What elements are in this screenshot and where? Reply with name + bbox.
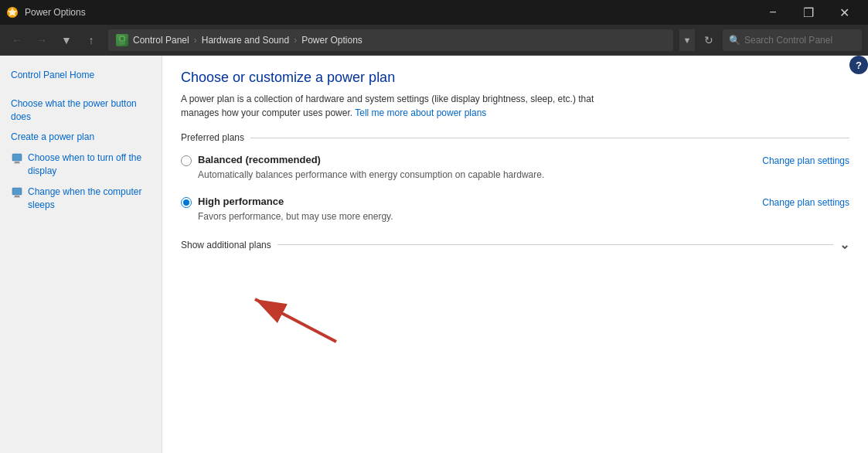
- path-part3: Power Options: [301, 35, 363, 46]
- search-input[interactable]: [723, 29, 862, 51]
- section-divider: [250, 138, 849, 138]
- title-bar-left: Power Options: [6, 6, 86, 19]
- balanced-name: Balanced (recommended): [198, 154, 321, 165]
- path-part1: Control Panel: [133, 35, 189, 46]
- plan-balanced: Balanced (recommended) Change plan setti…: [181, 154, 849, 183]
- main-wrapper: Control Panel Home Choose what the power…: [0, 56, 868, 453]
- balanced-description: Automatically balances performance with …: [198, 169, 849, 180]
- dropdown-arrow-button[interactable]: ▼: [56, 29, 77, 51]
- sidebar-turn-off-display-label: Choose when to turn off the display: [28, 152, 151, 178]
- sleep-icon: [11, 186, 23, 199]
- content-area: ? Choose or customize a power plan A pow…: [162, 56, 868, 453]
- svg-point-2: [121, 36, 124, 40]
- tell-more-link[interactable]: Tell me more about power plans: [355, 107, 486, 118]
- chevron-down-icon: ⌄: [839, 237, 849, 252]
- svg-rect-6: [14, 163, 20, 164]
- plan-high-performance-header: High performance Change plan settings: [181, 196, 849, 208]
- content-title: Choose or customize a power plan: [181, 70, 849, 86]
- content-description: A power plan is a collection of hardware…: [181, 92, 629, 120]
- title-bar: Power Options − ❐ ✕: [0, 0, 868, 25]
- minimize-button[interactable]: −: [755, 0, 791, 25]
- plan-high-performance-left: High performance: [181, 196, 284, 208]
- sidebar-sleep-label: Change when the computer sleeps: [28, 186, 151, 212]
- close-button[interactable]: ✕: [826, 0, 862, 25]
- title-bar-controls: − ❐ ✕: [755, 0, 862, 25]
- balanced-radio[interactable]: [181, 155, 192, 166]
- svg-rect-9: [14, 196, 20, 197]
- app-icon: [6, 6, 19, 19]
- high-performance-radio[interactable]: [181, 197, 192, 208]
- plan-balanced-left: Balanced (recommended): [181, 154, 321, 166]
- svg-rect-3: [119, 41, 125, 45]
- sidebar-control-panel-home[interactable]: Control Panel Home: [0, 65, 162, 86]
- help-button[interactable]: ?: [849, 56, 868, 74]
- high-performance-name: High performance: [198, 196, 284, 207]
- forward-button[interactable]: →: [31, 29, 53, 51]
- show-additional-plans[interactable]: Show additional plans ⌄: [181, 237, 849, 252]
- show-additional-line: [277, 244, 833, 245]
- sidebar-turn-off-display-link[interactable]: Choose when to turn off the display: [0, 148, 162, 182]
- high-performance-change-plan-link[interactable]: Change plan settings: [762, 197, 849, 208]
- show-additional-label: Show additional plans: [181, 240, 271, 250]
- up-button[interactable]: ↑: [80, 29, 102, 51]
- sidebar-power-button-link[interactable]: Choose what the power button does: [0, 94, 162, 128]
- back-button[interactable]: ←: [6, 29, 28, 51]
- plan-high-performance: High performance Change plan settings Fa…: [181, 196, 849, 225]
- preferred-plans-header: Preferred plans: [181, 132, 849, 143]
- path-icon: [116, 34, 128, 46]
- refresh-button[interactable]: ↻: [698, 29, 720, 51]
- svg-rect-7: [12, 188, 22, 195]
- display-icon: [11, 152, 23, 165]
- svg-rect-4: [12, 154, 22, 161]
- plan-balanced-header: Balanced (recommended) Change plan setti…: [181, 154, 849, 166]
- svg-line-11: [255, 299, 336, 342]
- restore-button[interactable]: ❐: [791, 0, 826, 25]
- sidebar-sleep-link[interactable]: Change when the computer sleeps: [0, 182, 162, 216]
- address-dropdown-button[interactable]: ▼: [679, 29, 695, 51]
- red-arrow-annotation: [240, 295, 340, 352]
- high-performance-description: Favors performance, but may use more ene…: [198, 211, 849, 222]
- path-sep1: ›: [194, 35, 197, 46]
- window-title: Power Options: [25, 7, 86, 18]
- path-part2: Hardware and Sound: [202, 35, 289, 46]
- address-path[interactable]: Control Panel › Hardware and Sound › Pow…: [108, 29, 673, 51]
- preferred-plans-label: Preferred plans: [181, 132, 244, 143]
- search-container: 🔍: [723, 29, 862, 51]
- address-bar: ← → ▼ ↑ Control Panel › Hardware and Sou…: [0, 25, 868, 56]
- balanced-change-plan-link[interactable]: Change plan settings: [762, 155, 849, 166]
- sidebar: Control Panel Home Choose what the power…: [0, 56, 162, 453]
- path-sep2: ›: [294, 35, 297, 46]
- sidebar-create-plan-link[interactable]: Create a power plan: [0, 127, 162, 148]
